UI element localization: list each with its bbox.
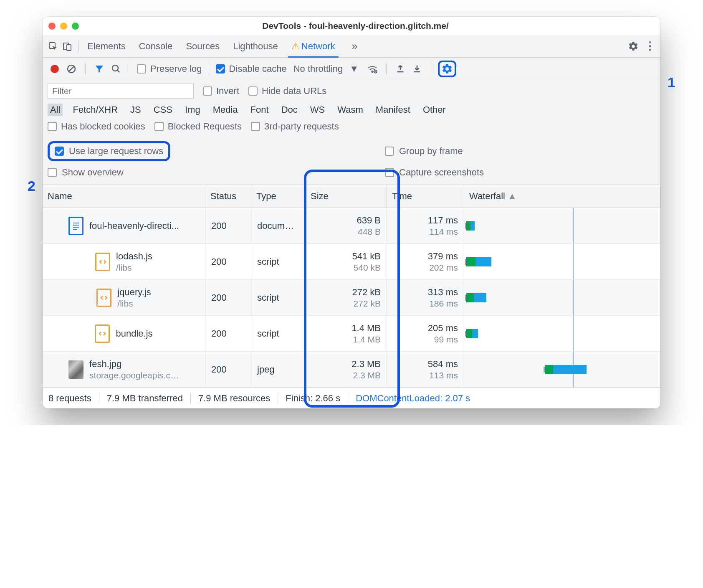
close-window-icon[interactable] (48, 23, 56, 30)
capture-screenshots-checkbox[interactable]: Capture screenshots (385, 167, 655, 178)
filter-type-all[interactable]: All (48, 104, 63, 116)
disable-cache-checkbox[interactable]: Disable cache (216, 63, 287, 74)
export-har-icon[interactable] (410, 62, 424, 76)
tab-sources[interactable]: Sources (185, 35, 220, 58)
status-domcontentloaded: DOMContentLoaded: 2.07 s (348, 393, 478, 404)
table-row[interactable]: foul-heavenly-directi... (43, 208, 205, 244)
filter-type-css[interactable]: CSS (151, 104, 175, 116)
size-cell: 1.4 MB1.4 MB (306, 316, 387, 352)
device-toolbar-icon[interactable] (60, 39, 74, 53)
svg-rect-12 (73, 225, 79, 226)
network-conditions-icon[interactable] (365, 62, 379, 76)
network-settings-button[interactable] (438, 61, 456, 77)
tab-elements[interactable]: Elements (86, 35, 126, 58)
svg-rect-10 (414, 71, 420, 72)
filter-input[interactable] (48, 84, 194, 99)
col-name[interactable]: Name (43, 185, 205, 208)
svg-rect-14 (73, 229, 77, 230)
waterfall-cell (464, 208, 660, 244)
filter-bar: Invert Hide data URLs All Fetch/XHR JS C… (43, 80, 660, 137)
svg-point-7 (372, 71, 373, 72)
type-cell: docum… (251, 208, 306, 244)
table-row[interactable]: bundle.js (43, 316, 205, 352)
annotation-2: 2 (28, 178, 35, 194)
filter-type-js[interactable]: JS (128, 104, 144, 116)
status-bar: 8 requests 7.9 MB transferred 7.9 MB res… (43, 388, 660, 408)
type-cell: script (251, 316, 306, 352)
annotation-1: 1 (668, 74, 675, 91)
divider (78, 41, 79, 52)
search-icon[interactable] (109, 62, 123, 76)
filter-type-img[interactable]: Img (182, 104, 203, 116)
filter-type-font[interactable]: Font (248, 104, 271, 116)
devtools-window: DevTools - foul-heavenly-direction.glitc… (43, 17, 660, 408)
time-cell: 117 ms114 ms (387, 208, 464, 244)
warning-icon: ⚠ (291, 41, 300, 51)
inspect-element-icon[interactable] (46, 39, 60, 53)
col-size[interactable]: Size (306, 185, 387, 208)
size-cell: 639 B448 B (306, 208, 387, 244)
settings-icon[interactable] (626, 39, 640, 53)
col-time[interactable]: Time (387, 185, 464, 208)
group-by-frame-checkbox[interactable]: Group by frame (385, 141, 655, 161)
svg-line-4 (68, 66, 74, 72)
record-button[interactable] (48, 62, 62, 76)
status-cell: 200 (205, 244, 251, 280)
throttling-select[interactable]: No throttling ▼ (289, 63, 363, 74)
waterfall-cell (464, 280, 660, 316)
table-row[interactable]: jquery.js/libs (43, 280, 205, 316)
col-status[interactable]: Status (205, 185, 251, 208)
type-cell: script (251, 280, 306, 316)
time-cell: 379 ms202 ms (387, 244, 464, 280)
filter-type-fetch[interactable]: Fetch/XHR (70, 104, 120, 116)
svg-rect-2 (67, 45, 71, 51)
svg-rect-13 (73, 227, 79, 228)
time-cell: 313 ms186 ms (387, 280, 464, 316)
tab-network[interactable]: ⚠Network (291, 35, 336, 58)
show-overview-checkbox[interactable]: Show overview (48, 167, 347, 178)
divider (431, 63, 431, 75)
has-blocked-cookies-checkbox[interactable]: Has blocked cookies (48, 121, 145, 132)
svg-rect-11 (73, 223, 79, 223)
use-large-rows-checkbox[interactable]: Use large request rows (48, 141, 170, 161)
request-path: storage.googleapis.c… (89, 370, 179, 380)
status-finish: Finish: 2.66 s (278, 393, 348, 404)
third-party-checkbox[interactable]: 3rd-party requests (251, 121, 339, 132)
col-waterfall[interactable]: Waterfall ▲ (464, 185, 660, 208)
request-name: lodash.js (116, 251, 152, 262)
network-toolbar: Preserve log Disable cache No throttling… (43, 58, 660, 80)
titlebar: DevTools - foul-heavenly-direction.glitc… (43, 17, 660, 35)
filter-type-doc[interactable]: Doc (279, 104, 300, 116)
filter-type-wasm[interactable]: Wasm (335, 104, 366, 116)
request-name: bundle.js (116, 328, 152, 339)
filter-toggle-icon[interactable] (92, 62, 106, 76)
filter-type-other[interactable]: Other (420, 104, 448, 116)
time-cell: 584 ms113 ms (387, 352, 464, 388)
hide-data-urls-checkbox[interactable]: Hide data URLs (248, 86, 326, 96)
clear-icon[interactable] (64, 62, 78, 76)
filter-type-media[interactable]: Media (210, 104, 240, 116)
waterfall-cell (464, 352, 660, 388)
kebab-menu-icon[interactable]: ⋮ (643, 39, 657, 53)
blocked-requests-checkbox[interactable]: Blocked Requests (154, 121, 242, 132)
filter-type-ws[interactable]: WS (308, 104, 327, 116)
filter-type-manifest[interactable]: Manifest (373, 104, 413, 116)
tab-lighthouse[interactable]: Lighthouse (232, 35, 279, 58)
table-row[interactable]: fesh.jpgstorage.googleapis.c… (43, 352, 205, 388)
sort-indicator-icon: ▲ (508, 191, 517, 201)
invert-checkbox[interactable]: Invert (203, 86, 239, 96)
status-transferred: 7.9 MB transferred (99, 393, 191, 404)
request-name: fesh.jpg (89, 359, 179, 370)
settings-row-1: Use large request rows Group by frame (43, 137, 660, 165)
table-row[interactable]: lodash.js/libs (43, 244, 205, 280)
request-path: /libs (116, 263, 152, 273)
status-cell: 200 (205, 316, 251, 352)
status-cell: 200 (205, 208, 251, 244)
preserve-log-checkbox[interactable]: Preserve log (137, 63, 202, 74)
more-tabs-icon[interactable]: » (348, 39, 362, 53)
type-cell: jpeg (251, 352, 306, 388)
divider (85, 63, 86, 75)
col-type[interactable]: Type (251, 185, 306, 208)
tab-console[interactable]: Console (138, 35, 174, 58)
import-har-icon[interactable] (393, 62, 407, 76)
